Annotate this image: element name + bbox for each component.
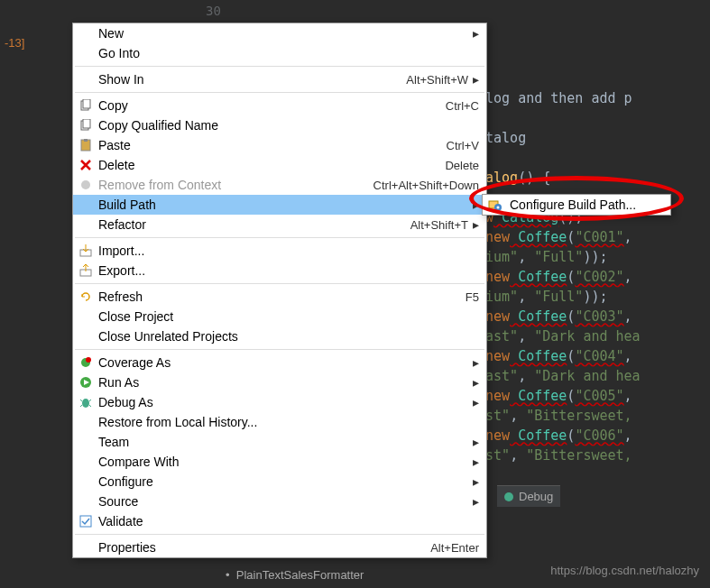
- menu-copy[interactable]: CopyCtrl+C: [73, 96, 486, 115]
- svg-rect-1: [83, 99, 90, 108]
- menu-build-path[interactable]: Build Path▸: [73, 195, 486, 215]
- package-explorer-item[interactable]: • PlainTextSalesFormatter: [226, 568, 364, 582]
- menu-new[interactable]: New▸: [73, 23, 486, 43]
- menu-source[interactable]: Source▸: [73, 492, 486, 511]
- watermark: https://blog.csdn.net/halozhy: [550, 564, 699, 577]
- menu-validate[interactable]: Validate: [73, 511, 486, 531]
- menu-configure[interactable]: Configure▸: [73, 472, 486, 492]
- menu-go-into[interactable]: Go Into: [73, 43, 486, 63]
- menu-compare-with[interactable]: Compare With▸: [73, 452, 486, 472]
- export-icon: [77, 263, 95, 278]
- menu-paste[interactable]: PasteCtrl+V: [73, 135, 486, 155]
- copy-icon: [77, 118, 95, 133]
- svg-point-10: [86, 357, 91, 363]
- validate-icon: [77, 514, 95, 528]
- debug-tab[interactable]: Debug: [497, 485, 560, 507]
- svg-rect-13: [80, 516, 91, 527]
- submenu-label: Configure Build Path...: [510, 198, 636, 212]
- menu-debug-as[interactable]: Debug As▸: [73, 392, 486, 412]
- coverage-icon: [77, 355, 95, 370]
- refresh-icon: [77, 289, 95, 304]
- menu-run-as[interactable]: Run As▸: [73, 372, 486, 392]
- paste-icon: [77, 138, 95, 152]
- menu-delete[interactable]: DeleteDelete: [73, 155, 486, 175]
- menu-export[interactable]: Export...: [73, 261, 486, 280]
- build-path-icon: [488, 198, 504, 212]
- run-icon: [77, 375, 95, 390]
- svg-rect-5: [84, 139, 88, 142]
- svg-point-6: [81, 180, 90, 189]
- remove-icon: [77, 178, 95, 192]
- menu-team[interactable]: Team▸: [73, 432, 486, 452]
- menu-close-project[interactable]: Close Project: [73, 307, 486, 326]
- debug-icon: [77, 395, 95, 409]
- copy-icon: [77, 98, 95, 113]
- svg-point-12: [82, 399, 89, 408]
- menu-show-in[interactable]: Show InAlt+Shift+W▸: [73, 69, 486, 89]
- import-icon: [77, 243, 95, 258]
- svg-rect-3: [83, 119, 90, 128]
- svg-point-16: [497, 207, 500, 209]
- menu-remove-context: Remove from ContextCtrl+Alt+Shift+Down: [73, 175, 486, 195]
- menu-copy-qualified[interactable]: Copy Qualified Name: [73, 115, 486, 135]
- delete-icon: [77, 158, 95, 172]
- menu-properties[interactable]: PropertiesAlt+Enter: [73, 537, 486, 557]
- menu-coverage-as[interactable]: Coverage As▸: [73, 353, 486, 372]
- submenu-configure-build-path[interactable]: Configure Build Path...: [482, 194, 671, 216]
- left-panel-item: -13]: [5, 36, 24, 50]
- menu-close-unrelated[interactable]: Close Unrelated Projects: [73, 326, 486, 346]
- menu-restore-history[interactable]: Restore from Local History...: [73, 412, 486, 432]
- menu-import[interactable]: Import...: [73, 241, 486, 261]
- menu-refresh[interactable]: RefreshF5: [73, 287, 486, 307]
- context-menu: New▸ Go Into Show InAlt+Shift+W▸ CopyCtr…: [72, 23, 487, 558]
- menu-refactor[interactable]: RefactorAlt+Shift+T▸: [73, 215, 486, 234]
- debug-icon: [504, 492, 513, 501]
